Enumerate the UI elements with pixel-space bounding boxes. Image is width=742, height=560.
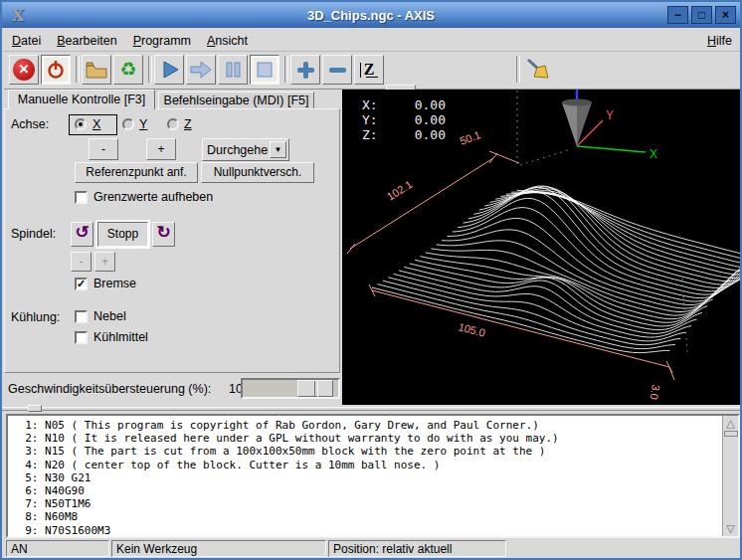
- window-title: 3D_Chips.ngc - AXIS: [2, 8, 740, 23]
- divider-line: [2, 407, 740, 411]
- radio-axis-x[interactable]: [75, 118, 87, 130]
- backplot-preview[interactable]: 105.0 102.1 50.1 3.0 Y X X:0.00 Y:0.00 Z…: [342, 90, 742, 405]
- open-file-icon[interactable]: [82, 55, 111, 85]
- axis-label: Achse:: [11, 117, 49, 131]
- touch-off-button[interactable]: Nullpunktversch.: [201, 162, 314, 183]
- spindle-cw-icon: ↻: [156, 223, 170, 242]
- menu-ansicht[interactable]: Ansicht: [199, 32, 256, 50]
- maximize-button[interactable]: □: [691, 6, 712, 24]
- status-bar: AN Kein Werkzeug Position: relativ aktue…: [2, 540, 740, 558]
- tab-mdi[interactable]: Befehlseingabe (MDI) [F5]: [158, 92, 314, 109]
- home-axis-button[interactable]: Referenzpunkt anf.: [75, 162, 198, 183]
- override-limits-label[interactable]: Grenzwerte aufheben: [93, 190, 213, 204]
- gcode-line[interactable]: 2: N10 ( It is released here under a GPL…: [12, 432, 720, 445]
- gcode-line[interactable]: 8: N60M8: [12, 510, 720, 523]
- override-limits-checkbox[interactable]: [75, 191, 88, 204]
- feed-override-row: Geschwindigkeitsübersteuerung (%): 100: [8, 378, 340, 402]
- radio-axis-z[interactable]: [167, 118, 179, 130]
- tab-manual-control[interactable]: Manuelle Kontrolle [F3]: [8, 90, 155, 109]
- clear-plot-icon[interactable]: [522, 55, 552, 85]
- axis-window: X 3D_Chips.ngc - AXIS − □ × DateiBearbei…: [0, 0, 742, 560]
- gcode-line[interactable]: 5: N30 G21: [12, 471, 720, 484]
- jog-speed-dropdown[interactable]: Durchgehend ▼: [202, 138, 289, 161]
- toolbar-separator: [516, 56, 520, 83]
- brake-checkbox[interactable]: ✓: [75, 278, 88, 290]
- gcode-line[interactable]: 9: N70S1600M3: [12, 524, 720, 534]
- jog-plus-button[interactable]: +: [146, 138, 176, 160]
- gcode-listing[interactable]: 1: N05 ( This program is copyright of Ra…: [6, 414, 740, 538]
- machine-origin-lines: [517, 91, 687, 352]
- divider-grip[interactable]: [28, 405, 42, 412]
- menu-hilfe[interactable]: Hilfe: [701, 32, 738, 50]
- radio-axis-z-label[interactable]: Z: [184, 117, 192, 131]
- gcode-line[interactable]: 7: N50T1M6: [12, 497, 720, 510]
- slider-handle[interactable]: [297, 380, 333, 397]
- dim-y-text: 102.1: [385, 178, 415, 203]
- menu-bearbeiten[interactable]: Bearbeiten: [49, 32, 124, 50]
- gcode-line[interactable]: 1: N05 ( This program is copyright of Ra…: [12, 419, 720, 432]
- plus-glyph: [293, 58, 317, 82]
- view-z-icon[interactable]: Z: [354, 55, 384, 85]
- step-icon[interactable]: [186, 55, 216, 85]
- emergency-stop-icon[interactable]: ✕: [9, 55, 39, 85]
- reload-icon[interactable]: ♻: [113, 55, 143, 85]
- menu-bar: DateiBearbeitenProgrammAnsichtHilfe: [4, 30, 742, 52]
- gcode-line[interactable]: 4: N20 ( center top of the block. Cutter…: [12, 459, 720, 471]
- gcode-scrollbar[interactable]: △ ▽: [722, 416, 738, 536]
- toolbar-separator: [284, 56, 288, 83]
- flood-label[interactable]: Kühlmittel: [93, 330, 148, 344]
- pos-y-label: Y:: [362, 112, 388, 127]
- broom-glyph: [524, 57, 550, 83]
- position-mode-cell: Position: relativ aktuell: [328, 540, 506, 557]
- radio-axis-y[interactable]: [122, 118, 134, 130]
- brake-label[interactable]: Bremse: [93, 277, 136, 290]
- axis-indicator: Y X: [577, 108, 657, 161]
- toolbar-separator: [76, 56, 80, 83]
- dim-z-text: 50.1: [459, 128, 482, 147]
- close-button[interactable]: ×: [715, 6, 736, 24]
- axis-x-letter: X: [649, 147, 657, 161]
- machine-state-cell: AN: [6, 540, 109, 557]
- radio-axis-y-label[interactable]: Y: [139, 117, 147, 131]
- stop-icon[interactable]: [250, 55, 279, 85]
- chevron-down-icon[interactable]: ▼: [270, 141, 286, 158]
- pause-icon[interactable]: [218, 55, 248, 85]
- menu-programm[interactable]: Programm: [125, 32, 199, 50]
- dimension-annotations: 105.0 102.1 50.1 3.0: [347, 128, 674, 401]
- spindle-ccw-button[interactable]: ↺: [71, 222, 93, 247]
- spindle-slower-button[interactable]: -: [71, 252, 92, 272]
- pos-z-value: 0.00: [388, 127, 446, 142]
- spindle-stop-button[interactable]: Stopp: [97, 222, 148, 247]
- pos-z-label: Z:: [362, 127, 388, 142]
- pane-divider[interactable]: [2, 405, 740, 412]
- toolbar-separator: [148, 56, 152, 83]
- minimize-button[interactable]: −: [667, 6, 688, 24]
- radio-axis-x-label[interactable]: X: [93, 117, 100, 131]
- dim-right-text: 3.0: [648, 384, 661, 401]
- machine-power-icon[interactable]: [41, 55, 71, 85]
- feed-override-label: Geschwindigkeitsübersteuerung (%):: [8, 382, 211, 396]
- spindle-faster-button[interactable]: +: [94, 252, 115, 272]
- run-program-icon[interactable]: [154, 55, 184, 85]
- spindle-label: Spindel:: [11, 227, 56, 241]
- mist-checkbox[interactable]: [75, 310, 88, 323]
- title-bar[interactable]: X 3D_Chips.ngc - AXIS − □ ×: [2, 2, 740, 28]
- jog-minus-button[interactable]: -: [89, 138, 118, 160]
- spindle-ccw-icon: ↺: [75, 223, 89, 242]
- mist-label[interactable]: Nebel: [93, 309, 126, 323]
- menu-datei[interactable]: Datei: [4, 32, 49, 50]
- recycle-glyph: ♻: [119, 60, 136, 80]
- gcode-line[interactable]: 6: N40G90: [12, 484, 720, 497]
- flood-checkbox[interactable]: [75, 331, 88, 344]
- gcode-line[interactable]: 3: N15 ( The part is cut from a 100x100x…: [12, 445, 720, 458]
- scroll-down-icon[interactable]: ▽: [723, 521, 738, 536]
- power-glyph: [45, 59, 67, 81]
- feed-override-slider[interactable]: [241, 378, 340, 399]
- scroll-up-icon[interactable]: △: [723, 416, 738, 431]
- zoom-out-icon[interactable]: [322, 55, 352, 85]
- stop-square-glyph: [253, 58, 277, 82]
- spindle-cw-button[interactable]: ↻: [152, 222, 175, 247]
- zoom-in-icon[interactable]: [290, 55, 320, 85]
- scrollbar-thumb[interactable]: [724, 431, 738, 437]
- jog-speed-value: Durchgehend: [207, 143, 269, 157]
